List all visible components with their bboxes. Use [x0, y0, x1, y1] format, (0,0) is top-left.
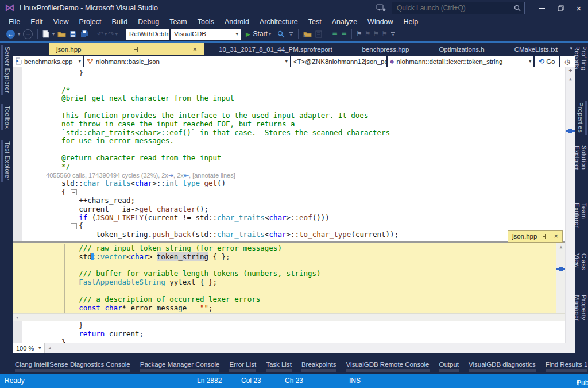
- code-line[interactable]: /// raw input token string (for error me…: [44, 244, 575, 253]
- tab-overflow-icon[interactable]: ▾: [570, 45, 572, 51]
- menu-architecture[interactable]: Architecture: [254, 18, 303, 26]
- tab-benchpress-hpp[interactable]: benchpress.hpp: [347, 43, 424, 55]
- clear-bookmarks-icon[interactable]: ⚑: [381, 30, 388, 38]
- codelens-annotation[interactable]: 4055560 calls, 174390494 cycles (32%), 2…: [44, 171, 575, 180]
- peek-tab[interactable]: json.hpp ×: [508, 230, 563, 243]
- symbol-combo[interactable]: ◆ nlohmann::detail::lexer::token_string▾: [388, 56, 534, 67]
- sidebar-item-toolbox[interactable]: Toolbox: [1, 104, 11, 130]
- navigate-back-icon[interactable]: ←: [6, 30, 15, 39]
- redo-icon[interactable]: ↷: [108, 30, 114, 39]
- menu-team[interactable]: Team: [164, 18, 192, 26]
- menu-test[interactable]: Test: [303, 18, 327, 26]
- zoom-dropdown-icon[interactable]: ▾: [38, 345, 41, 351]
- undo-dropdown-icon[interactable]: ▾: [105, 32, 107, 37]
- peek-vertical-scrollbar[interactable]: ▲: [556, 243, 566, 313]
- restore-button[interactable]: [551, 0, 570, 16]
- status-character[interactable]: Ch 23: [285, 377, 303, 385]
- outdent-icon[interactable]: ≣: [332, 30, 338, 38]
- menu-window[interactable]: Window: [362, 18, 398, 26]
- close-icon[interactable]: ×: [192, 45, 197, 53]
- pending-changes-icon[interactable]: [315, 30, 322, 38]
- code-line[interactable]: `std::char_traits<char>::eof()` in that …: [44, 129, 575, 137]
- code-line[interactable]: if (JSON_LIKELY(current != std::char_tra…: [44, 214, 575, 222]
- start-debug-button[interactable]: ▶ Start ▾: [246, 30, 272, 38]
- tab-cmakelists-txt[interactable]: CMakeLists.txt: [500, 43, 572, 55]
- code-line[interactable]: [44, 145, 575, 154]
- navigate-forward-icon[interactable]: →: [23, 29, 33, 39]
- quick-launch-box[interactable]: [392, 2, 525, 14]
- prev-bookmark-icon[interactable]: ⚑: [365, 30, 371, 38]
- code-line[interactable]: /// a description of occurred lexer erro…: [44, 295, 575, 304]
- code-line[interactable]: @brief get next character from the input: [44, 94, 575, 103]
- go-button[interactable]: ⟲ Go: [535, 56, 559, 67]
- sidebar-item-test-explorer[interactable]: Test Explorer: [1, 140, 11, 182]
- code-line[interactable]: }: [44, 69, 575, 78]
- peek-code-block[interactable]: /// raw input token string (for error me…: [13, 244, 575, 312]
- code-line[interactable]: for use in error messages.: [44, 137, 575, 145]
- tab-10-31-2017-8-01-44-pm-sprofreport[interactable]: 10_31_2017_8_01_44_PM.sprofreport: [204, 43, 347, 55]
- save-icon[interactable]: [69, 30, 77, 38]
- profiler-icon[interactable]: [277, 30, 285, 38]
- code-line[interactable]: {: [44, 222, 575, 231]
- tab-json-hpp[interactable]: json.hpp×: [49, 43, 204, 55]
- code-line[interactable]: ++chars_read;: [44, 197, 575, 205]
- peek-horizontal-scrollbar[interactable]: ◂: [13, 313, 575, 321]
- code-block-after[interactable]: } return current; }: [13, 321, 575, 343]
- indent-icon[interactable]: ≣: [341, 30, 347, 38]
- scroll-left-icon[interactable]: ◂: [16, 315, 18, 320]
- pin-icon[interactable]: [542, 233, 548, 239]
- sidebar-item-properties[interactable]: Properties: [577, 101, 587, 135]
- menu-view[interactable]: View: [48, 18, 74, 26]
- code-line[interactable]: [44, 78, 575, 86]
- code-line[interactable]: {: [44, 188, 575, 197]
- status-line[interactable]: Ln 2882: [197, 377, 222, 385]
- code-line[interactable]: current = ia->get_character();: [44, 205, 575, 214]
- splitter-handle-icon[interactable]: ÷: [566, 67, 575, 75]
- menu-project[interactable]: Project: [74, 18, 107, 26]
- type-combo[interactable]: nlohmann::basic_json▾: [84, 56, 290, 67]
- new-item-dropdown-icon[interactable]: ▾: [52, 32, 55, 37]
- member-combo[interactable]: <T>@ZNK8nlohmann12json_pointer14get_and_…: [291, 56, 386, 67]
- scroll-up-icon[interactable]: ▲: [556, 243, 566, 251]
- save-all-icon[interactable]: [80, 30, 89, 38]
- feedback-icon[interactable]: [376, 4, 386, 12]
- code-line[interactable]: /// buffer for variable-length tokens (n…: [44, 270, 575, 278]
- code-line[interactable]: This function provides the interface to …: [44, 112, 575, 120]
- status-column[interactable]: Col 23: [241, 377, 261, 385]
- code-line[interactable]: std::vector<char> token_string { };: [44, 253, 575, 262]
- menu-android[interactable]: Android: [219, 18, 254, 26]
- code-line[interactable]: return current;: [44, 330, 575, 339]
- pin-icon[interactable]: [134, 47, 140, 52]
- scroll-left-icon[interactable]: ◂: [48, 345, 51, 351]
- navigate-folder-icon[interactable]: [303, 30, 312, 37]
- menu-help[interactable]: Help: [399, 18, 424, 26]
- zoom-control[interactable]: 100 % ▾: [13, 343, 45, 353]
- menu-file[interactable]: File: [3, 18, 25, 26]
- code-line[interactable]: [44, 103, 575, 112]
- code-line[interactable]: */: [44, 163, 575, 171]
- close-button[interactable]: ×: [570, 0, 588, 16]
- quick-launch-input[interactable]: [396, 3, 514, 13]
- code-line[interactable]: token_string.push_back(std::char_traits<…: [44, 231, 575, 239]
- code-line[interactable]: }: [44, 321, 575, 330]
- code-line[interactable]: FastAppendableString yytext { };: [44, 278, 575, 287]
- code-line[interactable]: not throw in case the input reached EOF,…: [44, 120, 575, 129]
- history-button[interactable]: ◷: [560, 56, 575, 67]
- next-bookmark-icon[interactable]: ⚑: [373, 30, 380, 38]
- toolbar-overflow2-icon[interactable]: ▾: [391, 32, 395, 36]
- code-line[interactable]: const char* error_message = "";: [44, 304, 575, 313]
- tab-optimizations-h[interactable]: Optimizations.h: [424, 43, 499, 55]
- sidebar-item-server-explorer[interactable]: Server Explorer: [1, 45, 11, 95]
- code-line[interactable]: [44, 262, 575, 270]
- add-item-icon[interactable]: [57, 30, 66, 37]
- minimize-button[interactable]: [533, 0, 551, 16]
- peek-close-icon[interactable]: ×: [554, 232, 558, 240]
- code-line[interactable]: @return character read from the input: [44, 154, 575, 163]
- toolbar-overflow-icon[interactable]: ▾: [289, 32, 293, 36]
- menu-edit[interactable]: Edit: [25, 18, 48, 26]
- code-editor[interactable]: } /* @brief get next character from the …: [13, 67, 575, 343]
- code-block-before[interactable]: } /* @brief get next character from the …: [13, 67, 575, 239]
- menu-debug[interactable]: Debug: [133, 18, 164, 26]
- project-file-combo[interactable]: benchmarks.cpp▾: [13, 56, 83, 67]
- bookmark-icon[interactable]: ⚑: [356, 30, 362, 38]
